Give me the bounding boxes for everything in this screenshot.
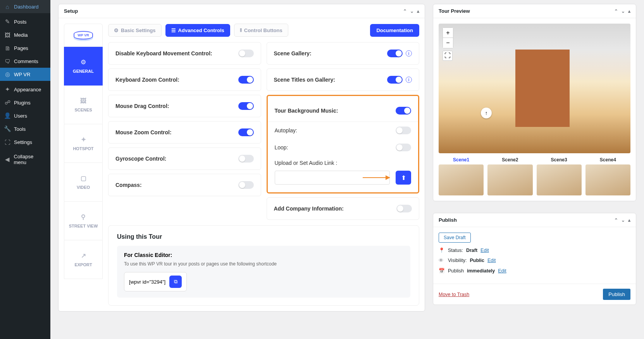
menu-tools[interactable]: 🔧Tools	[0, 122, 50, 135]
edit-status-link[interactable]: Edit	[480, 248, 489, 253]
setting-keyboard-zoom: Keyboard Zoom Control:	[108, 68, 261, 91]
video-icon: ▢	[81, 175, 86, 182]
media-icon: 🖾	[4, 31, 11, 38]
upload-audio-button[interactable]: ⬆	[396, 171, 411, 185]
wrench-icon: 🔧	[4, 125, 11, 132]
toggle-loop[interactable]	[396, 144, 411, 151]
upload-icon: ⬆	[401, 174, 406, 181]
toggle-scene-gallery[interactable]	[387, 50, 403, 57]
setting-bg-music: Tour Background Music:	[268, 100, 418, 122]
tab-basic-settings[interactable]: ⚙Basic Settings	[108, 24, 162, 37]
tab-hotspot[interactable]: ✦HOTSPOT	[64, 124, 103, 163]
menu-posts[interactable]: ✎Posts	[0, 15, 50, 28]
pin-icon: ✎	[4, 18, 11, 25]
toggle-compass[interactable]	[238, 181, 254, 189]
gear-icon: ⚙	[81, 58, 86, 66]
scene-thumb-4[interactable]: Scene4	[585, 157, 630, 195]
save-draft-button[interactable]: Save Draft	[439, 233, 471, 243]
visibility-row: 👁 Visibility: Public Edit	[439, 258, 630, 263]
setting-autoplay: Autoplay:	[268, 122, 418, 139]
buttons-icon: ⦀	[240, 27, 242, 33]
tab-general[interactable]: ⚙GENERAL	[64, 47, 103, 86]
menu-collapse[interactable]: ◀Collapse menu	[0, 151, 50, 168]
export-icon: ↗	[81, 252, 86, 259]
using-desc: To use this WP VR tour in your posts or …	[124, 261, 403, 267]
hotspot-marker[interactable]: ↑	[481, 108, 492, 118]
tour-preview-panel: Tour Preview ⌃ ⌄ ▴ + − ⛶ ↑ Scene1	[433, 4, 636, 201]
toggle-autoplay[interactable]	[396, 127, 411, 134]
publish-button[interactable]: Publish	[603, 289, 630, 300]
toggle-keyboard-movement[interactable]	[238, 50, 254, 57]
tab-video[interactable]: ▢VIDEO	[64, 163, 103, 202]
setup-panel: Setup ⌃ ⌄ ▴ WP VR ⚙GENERAL 🖼SCENES ✦HOTS…	[58, 4, 425, 312]
zoom-controls: + −	[443, 27, 453, 48]
scene-thumb-3[interactable]: Scene3	[537, 157, 582, 195]
move-to-trash-link[interactable]: Move to Trash	[439, 292, 469, 297]
info-icon[interactable]: i	[406, 50, 412, 56]
menu-dashboard[interactable]: ⌂Dashboard	[0, 0, 50, 13]
setting-gyroscope: Gyroscope Control:	[108, 147, 261, 170]
panel-up-icon[interactable]: ⌃	[614, 9, 618, 14]
setting-keyboard-movement: Disable Keyboard Movement Control:	[108, 42, 261, 65]
toggle-bg-music[interactable]	[396, 107, 411, 115]
info-icon[interactable]: i	[406, 77, 412, 83]
comment-icon: 🗨	[4, 58, 11, 65]
page-icon: 🗎	[4, 45, 11, 51]
thumb-image	[439, 164, 484, 195]
tab-scenes[interactable]: 🖼SCENES	[64, 86, 103, 124]
menu-appearance[interactable]: ✦Appearance	[0, 83, 50, 96]
panel-toggle-icon[interactable]: ▴	[628, 9, 630, 14]
scene-thumb-2[interactable]: Scene2	[487, 157, 532, 195]
zoom-in-button[interactable]: +	[443, 28, 453, 38]
publish-title: Publish	[439, 217, 457, 223]
toggle-scene-titles[interactable]	[387, 76, 403, 84]
shortcode-text: [wpvr id="3294"]	[129, 279, 165, 285]
using-title: Using this Tour	[117, 233, 410, 240]
panel-down-icon[interactable]: ⌄	[410, 9, 414, 14]
panorama-viewer[interactable]: + − ⛶ ↑	[439, 24, 630, 153]
shortcode-box: [wpvr id="3294"] ⧉	[124, 272, 187, 291]
toggle-keyboard-zoom[interactable]	[238, 76, 254, 84]
toggle-mouse-zoom[interactable]	[238, 128, 254, 136]
setup-title: Setup	[64, 8, 78, 14]
panel-up-icon[interactable]: ⌃	[614, 217, 618, 223]
menu-users[interactable]: 👤Users	[0, 109, 50, 122]
target-icon: ✦	[81, 136, 86, 143]
panel-toggle-icon[interactable]: ▴	[417, 9, 419, 14]
menu-wpvr[interactable]: ◎WP VR	[0, 68, 50, 81]
edit-schedule-link[interactable]: Edit	[498, 268, 506, 274]
menu-comments[interactable]: 🗨Comments	[0, 55, 50, 68]
tab-control-buttons[interactable]: ⦀Control Buttons	[234, 24, 288, 37]
panel-up-icon[interactable]: ⌃	[403, 9, 407, 14]
menu-plugins[interactable]: ☍Plugins	[0, 96, 50, 109]
tab-streetview[interactable]: ⚲STREET VIEW	[64, 202, 103, 240]
setting-scene-titles: Scene Titles on Gallery:i	[267, 68, 420, 91]
copy-icon: ⧉	[174, 279, 177, 285]
eye-icon: 👁	[439, 258, 445, 263]
menu-media[interactable]: 🖾Media	[0, 28, 50, 41]
thumb-image	[537, 164, 582, 195]
bg-music-block: Tour Background Music: Autoplay: Loop: U…	[267, 95, 420, 193]
panel-down-icon[interactable]: ⌄	[621, 217, 625, 223]
zoom-out-button[interactable]: −	[443, 38, 453, 48]
tab-export[interactable]: ↗EXPORT	[64, 240, 103, 279]
arrow-annotation	[363, 177, 390, 178]
toggle-gyroscope[interactable]	[238, 155, 254, 163]
wpvr-logo: WP VR	[64, 24, 103, 47]
panel-down-icon[interactable]: ⌄	[621, 9, 625, 14]
vr-icon: ◎	[4, 71, 11, 78]
fullscreen-button[interactable]: ⛶	[443, 51, 453, 61]
setting-loop: Loop:	[268, 139, 418, 156]
menu-pages[interactable]: 🗎Pages	[0, 41, 50, 55]
panel-toggle-icon[interactable]: ▴	[628, 217, 630, 223]
edit-visibility-link[interactable]: Edit	[487, 258, 496, 263]
toggle-mouse-drag[interactable]	[238, 102, 254, 110]
toggle-company-info[interactable]	[396, 205, 412, 212]
scene-thumb-1[interactable]: Scene1	[439, 157, 484, 195]
menu-settings[interactable]: ⛶Settings	[0, 135, 50, 149]
preview-title: Tour Preview	[439, 8, 470, 14]
dashboard-icon: ⌂	[4, 3, 11, 10]
tab-advanced-controls[interactable]: ☰Advanced Controls	[165, 24, 230, 37]
copy-shortcode-button[interactable]: ⧉	[169, 276, 182, 288]
documentation-button[interactable]: Documentation	[370, 24, 419, 37]
